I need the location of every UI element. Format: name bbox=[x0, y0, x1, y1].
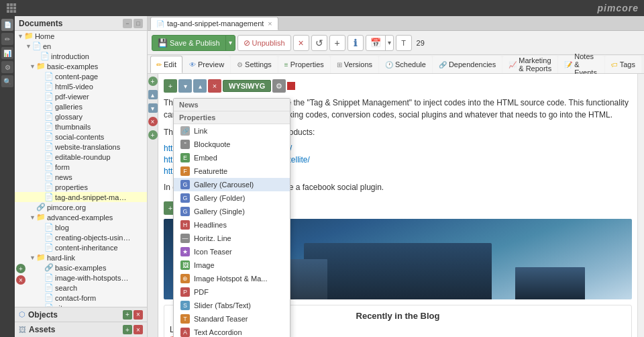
tab-dependencies[interactable]: 🔗 Dependencies bbox=[433, 56, 502, 73]
tree-item-img-hotspot[interactable]: 📄 image-with-hotspots-and-r... bbox=[15, 273, 147, 283]
block-delete[interactable]: × bbox=[148, 117, 158, 126]
tab-marketing[interactable]: 📈 Marketing & Reports bbox=[502, 56, 557, 73]
wysiwyg-delete-btn[interactable]: × bbox=[208, 79, 221, 93]
tree-item-content-inherit[interactable]: 📄 content-inheritance bbox=[15, 242, 147, 252]
expand-btn[interactable]: □ bbox=[133, 19, 143, 28]
dropdown-item-gallery-folder[interactable]: G Gallery (Folder) bbox=[174, 191, 290, 205]
tab-tags[interactable]: 🏷 Tags bbox=[605, 56, 641, 73]
tab-versions[interactable]: ⊞ Versions bbox=[331, 56, 378, 73]
dropdown-item-image-hotspot[interactable]: ⊕ Image Hotspot & Ma... bbox=[174, 272, 290, 285]
tab-properties-label: Properties bbox=[290, 60, 324, 68]
unpublish-btn[interactable]: ⊘ Unpublish bbox=[237, 35, 291, 51]
wysiwyg-arrow-down-btn[interactable]: ▾ bbox=[178, 79, 192, 93]
content-left-strip: + ▴ ▾ × + bbox=[148, 74, 158, 337]
tree-item-social[interactable]: 📄 social-contents bbox=[15, 132, 147, 142]
tree-item-pimcore[interactable]: 🔗 pimcore.org bbox=[15, 202, 147, 212]
app-grid-icon[interactable] bbox=[5, 2, 17, 14]
tree-label-en: en bbox=[43, 42, 51, 50]
tree-item-translations[interactable]: 📄 website-translations bbox=[15, 142, 147, 152]
save-publish-dropdown-arrow[interactable]: ▾ bbox=[225, 35, 235, 51]
tree-item-tag-snippet[interactable]: 📄 tag-and-snippet-managem... bbox=[15, 192, 147, 202]
tab-settings[interactable]: ⚙ Settings bbox=[231, 56, 278, 73]
objects-add-btn[interactable]: + bbox=[123, 310, 132, 320]
tree-item-introduction[interactable]: 📄 introduction bbox=[15, 51, 147, 61]
info-btn[interactable]: ℹ bbox=[347, 35, 364, 51]
objects-del-btn[interactable]: × bbox=[133, 310, 143, 320]
tree-item-basic-link[interactable]: 🔗 basic-examples bbox=[15, 262, 147, 273]
assets-del-btn[interactable]: × bbox=[133, 325, 143, 334]
nav-icon-chart[interactable]: 📊 bbox=[1, 47, 13, 59]
tree-item-basic-examples[interactable]: ▼ 📁 basic-examples bbox=[15, 61, 147, 71]
delete-block-btn[interactable]: × bbox=[16, 275, 25, 285]
tree-item-contact[interactable]: 📄 contact-form bbox=[15, 293, 147, 303]
calendar-btn[interactable]: 📅 ▾ bbox=[366, 35, 394, 51]
wysiwyg-arrow-up-btn[interactable]: ▴ bbox=[193, 79, 207, 93]
dropdown-item-standard-teaser[interactable]: T Standard Teaser bbox=[174, 312, 290, 326]
dropdown-item-gallery-single[interactable]: G Gallery (Single) bbox=[174, 205, 290, 218]
dropdown-item-pdf[interactable]: P PDF bbox=[174, 285, 290, 299]
save-publish-btn[interactable]: 💾 Save & Publish ▾ bbox=[152, 35, 235, 51]
tab-tag-snippet[interactable]: 📄 tag-and-snippet-management × bbox=[150, 17, 278, 30]
dropdown-item-blockquote[interactable]: " Blockquote bbox=[174, 138, 290, 151]
tree-item-galleries[interactable]: 📄 galleries bbox=[15, 101, 147, 111]
wysiwyg-gear-btn[interactable]: ⚙ bbox=[272, 79, 286, 93]
dropdown-item-icon-teaser[interactable]: ★ Icon Teaser bbox=[174, 245, 290, 258]
block-arrow-up[interactable]: ▴ bbox=[148, 90, 158, 99]
tab-preview[interactable]: 👁 Preview bbox=[183, 56, 230, 73]
dropdown-item-slider[interactable]: S Slider (Tabs/Text) bbox=[174, 299, 290, 312]
assets-section[interactable]: 🖼 Assets + × bbox=[15, 322, 147, 337]
tree-item-thumbnails[interactable]: 📄 thumbnails bbox=[15, 122, 147, 132]
tree-item-form[interactable]: 📄 form bbox=[15, 162, 147, 172]
tree-item-creating[interactable]: 📄 creating-objects-using-form bbox=[15, 232, 147, 242]
dropdown-item-horitz[interactable]: — Horitz. Line bbox=[174, 232, 290, 245]
tab-edit[interactable]: ✏ Edit bbox=[150, 56, 182, 73]
tab-icon: 📄 bbox=[156, 20, 164, 28]
tree-item-en[interactable]: ▼ 📄 en bbox=[15, 41, 147, 51]
tree-item-blog[interactable]: 📄 blog bbox=[15, 222, 147, 232]
nav-icon-docs[interactable]: 📄 bbox=[1, 19, 13, 31]
translate-btn[interactable]: T bbox=[396, 35, 412, 51]
dropdown-menu: News Properties 🔗 Link " Blockquote bbox=[173, 98, 290, 337]
nav-icon-gear[interactable]: ⚙ bbox=[1, 61, 13, 73]
dropdown-item-headlines[interactable]: H Headlines bbox=[174, 218, 290, 232]
tree-item-advanced[interactable]: ▼ 📁 advanced-examples bbox=[15, 212, 147, 222]
tab-properties[interactable]: ≡ Properties bbox=[278, 56, 330, 73]
tree-item-glossary[interactable]: 📄 glossary bbox=[15, 111, 147, 122]
add-btn[interactable]: + bbox=[329, 35, 345, 51]
wysiwyg-editor-btn[interactable]: WYSIWYG bbox=[223, 80, 271, 92]
dropdown-item-featurette[interactable]: F Featurette bbox=[174, 164, 290, 178]
close-toolbar-btn[interactable]: × bbox=[293, 35, 309, 51]
objects-section[interactable]: ⬡ Objects + × bbox=[15, 307, 147, 322]
nav-icon-pencil[interactable]: ✏ bbox=[1, 33, 13, 45]
sidebar-panel: Documents − □ ▼ 📁 Home ▼ � bbox=[15, 16, 148, 337]
tab-notes[interactable]: 📝 Notes & Events bbox=[558, 56, 604, 73]
dropdown-item-link[interactable]: 🔗 Link bbox=[174, 124, 290, 138]
block-arrow-down[interactable]: ▾ bbox=[148, 103, 158, 113]
tree-label-basic-examples: basic-examples bbox=[47, 62, 98, 70]
dropdown-item-text-accordion[interactable]: A Text Accordion bbox=[174, 326, 290, 337]
dropdown-section-properties-header: Properties bbox=[174, 111, 290, 124]
block-add-top[interactable]: + bbox=[148, 77, 158, 86]
tab-close-btn[interactable]: × bbox=[268, 19, 272, 28]
tree-item-home[interactable]: ▼ 📁 Home bbox=[15, 31, 147, 41]
tree-item-hard-link[interactable]: ▼ 📁 hard-link bbox=[15, 252, 147, 262]
dropdown-item-image[interactable]: 🖼 Image bbox=[174, 258, 290, 272]
tree-item-news[interactable]: 📄 news bbox=[15, 172, 147, 182]
add-block-btn[interactable]: + bbox=[16, 264, 25, 273]
tree-item-pdf-viewer[interactable]: 📄 pdf-viewer bbox=[15, 91, 147, 101]
calendar-dropdown-arrow[interactable]: ▾ bbox=[385, 35, 393, 51]
dropdown-item-gallery-carousel[interactable]: G Gallery (Carousel) bbox=[174, 178, 290, 191]
collapse-btn[interactable]: − bbox=[123, 19, 132, 28]
tree-item-content-page[interactable]: 📄 content-page bbox=[15, 71, 147, 81]
tree-item-properties[interactable]: 📄 properties bbox=[15, 182, 147, 192]
tree-item-search[interactable]: 📄 search bbox=[15, 283, 147, 293]
wysiwyg-add-btn[interactable]: + bbox=[164, 79, 177, 93]
tree-item-editable[interactable]: 📄 editable-roundup bbox=[15, 152, 147, 162]
block-add-bottom[interactable]: + bbox=[148, 130, 158, 140]
assets-add-btn[interactable]: + bbox=[123, 325, 132, 334]
nav-icon-search[interactable]: 🔍 bbox=[1, 75, 13, 87]
tab-schedule[interactable]: 🕐 Schedule bbox=[379, 56, 432, 73]
tree-item-html5video[interactable]: 📄 html5-video bbox=[15, 81, 147, 91]
refresh-btn[interactable]: ↺ bbox=[311, 35, 327, 51]
dropdown-item-embed[interactable]: E Embed bbox=[174, 151, 290, 164]
